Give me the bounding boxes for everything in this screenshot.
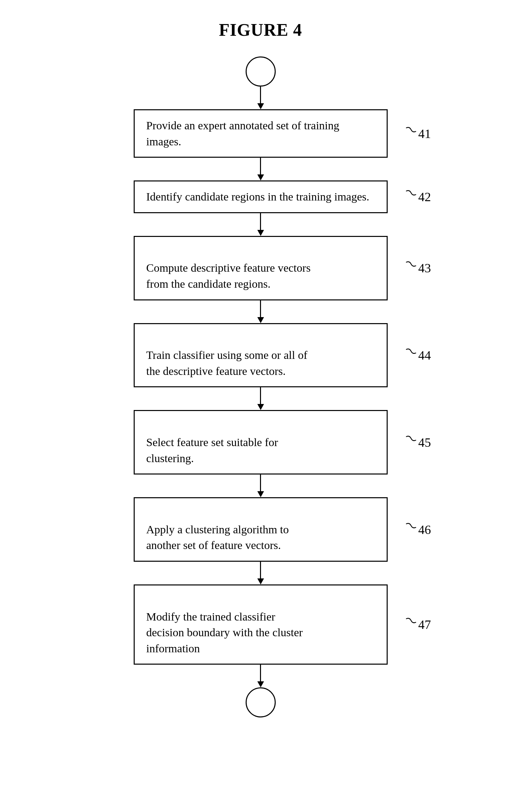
squiggle-43 — [404, 261, 418, 275]
label-43-text: 43 — [418, 261, 431, 275]
box-41-text: Provide an expert annotated set of train… — [146, 119, 340, 148]
squiggle-44 — [404, 348, 418, 363]
box-46-text: Apply a clustering algorithm to another … — [146, 523, 289, 552]
arrow-7 — [257, 562, 264, 584]
box-41-row: Provide an expert annotated set of train… — [134, 109, 388, 158]
box-43-row: Compute descriptive feature vectors from… — [134, 236, 388, 300]
box-45-text: Select feature set suitable for clusteri… — [146, 436, 278, 464]
box-44-text: Train classifier using some or all of th… — [146, 349, 308, 377]
box-47: Modify the trained classifier decision b… — [134, 584, 388, 665]
start-terminal — [246, 56, 276, 87]
box-44-row: Train classifier using some or all of th… — [134, 323, 388, 388]
box-41: Provide an expert annotated set of train… — [134, 109, 388, 158]
arrow-1 — [257, 87, 264, 109]
label-44: 44 — [404, 348, 431, 363]
label-47: 47 — [404, 617, 431, 632]
end-terminal — [246, 687, 276, 717]
squiggle-47 — [404, 617, 418, 632]
label-46: 46 — [404, 522, 431, 537]
box-44: Train classifier using some or all of th… — [134, 323, 388, 388]
label-46-text: 46 — [418, 522, 431, 537]
squiggle-46 — [404, 522, 418, 537]
box-42-row: Identify candidate regions in the traini… — [134, 181, 388, 213]
label-47-text: 47 — [418, 617, 431, 632]
label-45: 45 — [404, 435, 431, 450]
box-42-text: Identify candidate regions in the traini… — [146, 190, 370, 203]
box-47-row: Modify the trained classifier decision b… — [134, 584, 388, 665]
arrow-6 — [257, 474, 264, 497]
label-45-text: 45 — [418, 435, 431, 450]
box-43: Compute descriptive feature vectors from… — [134, 236, 388, 300]
box-47-text: Modify the trained classifier decision b… — [146, 610, 303, 655]
figure-title: FIGURE 4 — [219, 20, 302, 40]
squiggle-45 — [404, 435, 418, 450]
box-46-row: Apply a clustering algorithm to another … — [134, 497, 388, 562]
label-41-text: 41 — [418, 126, 431, 141]
box-42: Identify candidate regions in the traini… — [134, 181, 388, 213]
label-42-text: 42 — [418, 189, 431, 204]
box-45-row: Select feature set suitable for clusteri… — [134, 410, 388, 474]
label-43: 43 — [404, 261, 431, 275]
label-44-text: 44 — [418, 348, 431, 363]
arrow-2 — [257, 158, 264, 181]
label-42: 42 — [404, 189, 431, 204]
label-41: 41 — [404, 126, 431, 141]
flowchart: Provide an expert annotated set of train… — [110, 56, 411, 717]
arrow-4 — [257, 300, 264, 323]
arrow-8 — [257, 665, 264, 687]
page-container: FIGURE 4 Provide an expert annotated set… — [0, 0, 521, 812]
arrow-5 — [257, 387, 264, 410]
arrow-3 — [257, 213, 264, 236]
box-46: Apply a clustering algorithm to another … — [134, 497, 388, 562]
box-43-text: Compute descriptive feature vectors from… — [146, 262, 311, 290]
squiggle-42 — [404, 189, 418, 204]
squiggle-41 — [404, 126, 418, 141]
box-45: Select feature set suitable for clusteri… — [134, 410, 388, 474]
